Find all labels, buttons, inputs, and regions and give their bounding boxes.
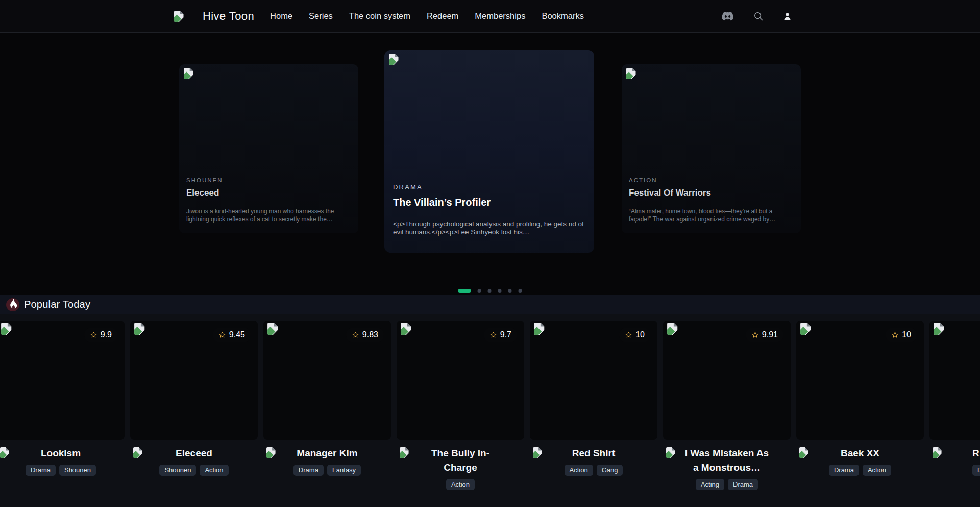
broken-image-icon [800,323,812,335]
series-meta: Baek XX DramaAction [796,446,924,476]
tag-list: ActionGang [530,465,657,476]
slide-description: Jiwoo is a kind-hearted young man who ha… [186,208,351,223]
genre-tag[interactable]: Drama [728,479,758,490]
broken-image-icon [267,323,279,335]
genre-tag[interactable]: Fantasy [327,465,361,476]
genre-tag[interactable]: Drama [829,465,859,476]
nav-link-series[interactable]: Series [309,11,333,21]
popular-section: 9.9 Lookism DramaShounen 9.45 [0,314,980,507]
carousel-dot[interactable] [478,289,481,293]
broken-image-icon [266,447,276,458]
nav-link-home[interactable]: Home [270,11,292,21]
slide-description: “Alma mater, home town, blood ties—they’… [629,208,794,223]
genre-tag[interactable]: Gang [597,465,623,476]
series-cover[interactable]: 9.7 [397,321,524,440]
carousel-dot[interactable] [488,289,492,293]
carousel-dot[interactable] [498,289,502,293]
series-cover[interactable]: 9.45 [130,321,258,440]
series-cover[interactable]: 9.91 [663,321,791,440]
series-cover[interactable]: 9.9 [0,321,125,440]
rating-badge: 9.45 [213,328,251,342]
popular-card-row: 9.9 Lookism DramaShounen 9.45 [0,321,980,490]
series-card[interactable]: 9.91 I Was Mistaken As a Monstrous… Acti… [663,321,791,490]
series-meta: Manager Kim DramaFantasy [263,446,391,476]
carousel-dot[interactable] [458,289,471,293]
series-card[interactable]: 9.83 Manager Kim DramaFantasy [263,321,391,490]
carousel-dot[interactable] [519,289,522,293]
series-cover[interactable]: 10 [796,321,924,440]
series-card[interactable]: 9.45 Eleceed ShounenAction [130,321,258,490]
fire-icon [6,298,19,311]
broken-image-icon [666,447,676,458]
genre-tag[interactable]: Drama [293,465,324,476]
series-card[interactable]: R Th D [929,321,980,490]
rating-badge: 9.9 [84,328,117,342]
series-meta: Lookism DramaShounen [0,446,125,476]
series-card[interactable]: 10 Baek XX DramaAction [796,321,924,490]
genre-tag[interactable]: Drama [26,465,56,476]
series-cover[interactable]: 9.83 [263,321,391,440]
series-title[interactable]: The Bully In-Charge [416,446,505,475]
series-title[interactable]: Baek XX [816,446,905,461]
series-title[interactable]: Manager Kim [283,446,372,461]
series-title[interactable]: Red Shirt [549,446,639,461]
nav-link-redeem[interactable]: Redeem [427,11,458,21]
star-icon [751,331,759,339]
star-icon [352,331,359,339]
navbar-left: Hive Toon Home Series The coin system Re… [174,10,584,23]
nav-link-coin-system[interactable]: The coin system [349,11,410,21]
slide-title[interactable]: Eleceed [186,188,351,198]
nav-link-bookmarks[interactable]: Bookmarks [542,11,584,21]
broken-image-icon [534,323,545,335]
series-meta: The Bully In-Charge Action [397,446,524,490]
rating-value: 9.91 [762,330,778,340]
genre-tag[interactable]: Action [446,479,475,490]
series-title[interactable]: I Was Mistaken As a Monstrous… [682,446,772,475]
series-card[interactable]: 9.9 Lookism DramaShounen [0,321,125,490]
tag-list: DramaShounen [0,465,125,476]
tag-list: Action [397,479,524,490]
broken-image-icon [134,323,145,335]
tag-list: ShounenAction [130,465,258,476]
slide-title[interactable]: The Villain’s Profiler [393,197,585,208]
site-logo-broken-image-icon[interactable] [174,10,184,22]
series-cover[interactable]: 10 [530,321,657,440]
broken-image-icon [799,447,809,458]
rating-value: 10 [635,330,645,340]
genre-tag[interactable]: Action [200,465,228,476]
genre-tag[interactable]: Shounen [159,465,196,476]
broken-image-icon [667,323,678,335]
carousel-dot[interactable] [508,289,512,293]
slide-description: <p>Through psychological analysis and pr… [393,220,585,237]
series-title[interactable]: Eleceed [150,446,239,461]
series-title[interactable]: Lookism [16,446,106,461]
genre-tag[interactable]: Action [863,465,891,476]
hero-carousel: SHOUNEN Eleceed Jiwoo is a kind-hearted … [0,33,980,295]
star-icon [625,331,632,339]
search-icon[interactable] [754,12,763,21]
rating-value: 10 [902,330,911,340]
genre-tag[interactable]: D [972,465,980,476]
series-card[interactable]: 9.7 The Bully In-Charge Action [397,321,524,490]
slide-title[interactable]: Festival Of Warriors [629,188,794,198]
genre-tag[interactable]: Action [565,465,593,476]
hero-slide-next[interactable]: ACTION Festival Of Warriors “Alma mater,… [622,64,801,233]
brand-title[interactable]: Hive Toon [203,10,254,23]
main-nav: Home Series The coin system Redeem Membe… [270,11,584,21]
broken-image-icon [400,447,409,458]
hero-slide-previous[interactable]: SHOUNEN Eleceed Jiwoo is a kind-hearted … [179,64,358,233]
broken-image-icon [0,447,10,458]
series-card[interactable]: 10 Red Shirt ActionGang [530,321,657,490]
nav-link-memberships[interactable]: Memberships [475,11,525,21]
genre-tag[interactable]: Shounen [59,465,96,476]
broken-image-icon [933,447,942,458]
star-icon [489,331,497,339]
hero-slide-active[interactable]: DRAMA The Villain’s Profiler <p>Through … [384,50,594,253]
genre-tag[interactable]: Acting [696,479,724,490]
series-title[interactable]: R Th [972,446,980,461]
rating-value: 9.7 [500,330,511,340]
user-icon[interactable] [783,12,791,20]
series-cover[interactable] [929,321,980,440]
rating-badge: 9.91 [746,328,783,342]
discord-icon[interactable] [722,12,733,21]
